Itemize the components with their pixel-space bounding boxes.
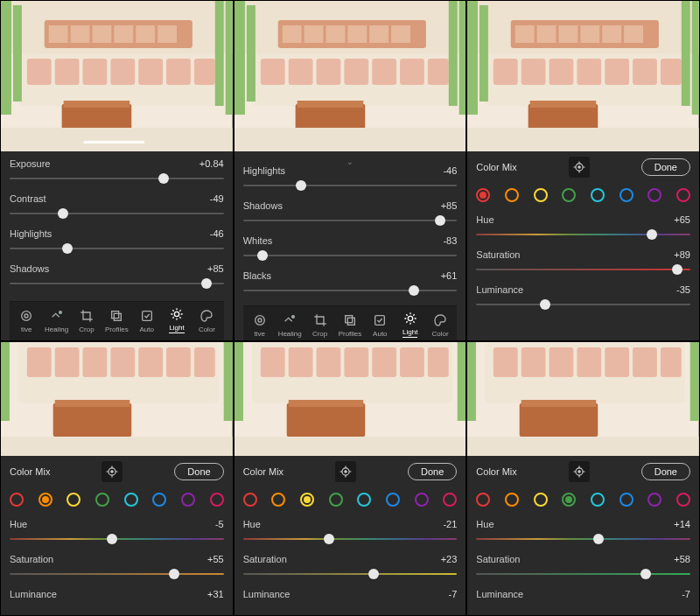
shadows-slider[interactable] bbox=[10, 277, 224, 290]
svg-rect-86 bbox=[467, 128, 699, 151]
svg-rect-77 bbox=[606, 59, 630, 85]
tool-auto[interactable]: Auto bbox=[367, 313, 393, 338]
svg-rect-5 bbox=[92, 25, 111, 43]
tool-color[interactable]: Color bbox=[427, 313, 453, 338]
svg-rect-107 bbox=[261, 347, 285, 377]
tool-profiles[interactable]: Profiles bbox=[103, 309, 130, 333]
tool-color[interactable]: Color bbox=[193, 309, 220, 333]
bottom-toolbar: tive Healing Crop Profiles Auto Light Co… bbox=[243, 305, 458, 341]
hue-slider[interactable] bbox=[10, 533, 224, 545]
color-swatch[interactable] bbox=[676, 493, 690, 507]
tool-auto[interactable]: Auto bbox=[134, 309, 160, 333]
color-swatch[interactable] bbox=[357, 493, 371, 507]
target-adjustment-button[interactable] bbox=[335, 461, 356, 482]
saturation-value: +55 bbox=[207, 554, 224, 564]
luminance-slider[interactable] bbox=[476, 298, 690, 311]
color-swatch[interactable] bbox=[505, 188, 519, 202]
color-swatch[interactable] bbox=[124, 493, 138, 507]
saturation-slider[interactable] bbox=[476, 263, 690, 276]
color-swatch[interactable] bbox=[181, 493, 195, 507]
whites-slider[interactable] bbox=[243, 249, 458, 262]
color-swatch[interactable] bbox=[386, 493, 400, 507]
color-swatch[interactable] bbox=[591, 493, 605, 507]
tool-crop[interactable]: Crop bbox=[307, 313, 333, 338]
svg-rect-61 bbox=[375, 316, 385, 326]
hue-slider[interactable] bbox=[476, 533, 690, 545]
color-swatch[interactable] bbox=[562, 493, 576, 507]
color-swatch[interactable] bbox=[476, 188, 490, 202]
color-swatch[interactable] bbox=[329, 493, 343, 507]
svg-rect-51 bbox=[234, 1, 245, 115]
luminance-value: -35 bbox=[676, 284, 690, 295]
done-button[interactable]: Done bbox=[641, 158, 690, 176]
svg-rect-50 bbox=[297, 101, 363, 108]
svg-rect-110 bbox=[344, 347, 368, 377]
tool-light[interactable]: Light bbox=[164, 307, 190, 333]
svg-rect-48 bbox=[428, 59, 449, 85]
panel-colormix-red: Color Mix Done Hue+65 Saturation+89 Lumi… bbox=[466, 0, 700, 341]
svg-rect-125 bbox=[550, 347, 574, 377]
highlights-slider[interactable] bbox=[10, 242, 224, 255]
color-swatch[interactable] bbox=[415, 493, 429, 507]
done-button[interactable]: Done bbox=[408, 463, 457, 480]
tool-light[interactable]: Light bbox=[397, 312, 424, 338]
color-swatch[interactable] bbox=[676, 188, 690, 202]
color-swatch[interactable] bbox=[210, 493, 224, 507]
color-swatch[interactable] bbox=[476, 493, 490, 507]
color-swatch[interactable] bbox=[505, 493, 519, 507]
tool-healing[interactable]: Healing bbox=[44, 309, 70, 333]
tool-selective[interactable]: tive bbox=[247, 313, 273, 338]
color-swatch[interactable] bbox=[534, 188, 548, 202]
tool-selective[interactable]: tive bbox=[13, 309, 39, 333]
svg-rect-39 bbox=[369, 25, 388, 43]
svg-rect-55 bbox=[234, 128, 466, 151]
done-button[interactable]: Done bbox=[174, 463, 223, 480]
highlights-slider[interactable] bbox=[243, 179, 458, 192]
tool-healing[interactable]: Healing bbox=[276, 313, 303, 338]
color-swatch[interactable] bbox=[591, 188, 605, 202]
tool-profiles[interactable]: Profiles bbox=[337, 313, 363, 338]
colormix-title: Color Mix bbox=[476, 162, 516, 172]
color-swatch[interactable] bbox=[10, 493, 24, 507]
svg-rect-4 bbox=[71, 25, 90, 43]
done-button[interactable]: Done bbox=[641, 463, 690, 480]
color-swatch[interactable] bbox=[443, 493, 457, 507]
highlights-value: -46 bbox=[443, 165, 457, 176]
color-swatch[interactable] bbox=[271, 493, 285, 507]
saturation-slider[interactable] bbox=[10, 568, 224, 580]
color-swatch[interactable] bbox=[152, 493, 166, 507]
exposure-slider[interactable] bbox=[10, 172, 224, 185]
target-adjustment-button[interactable] bbox=[569, 157, 590, 178]
color-swatch[interactable] bbox=[620, 188, 634, 202]
color-swatch[interactable] bbox=[95, 493, 109, 507]
chevron-down-icon[interactable]: ⌄ bbox=[243, 158, 458, 165]
color-swatch[interactable] bbox=[648, 188, 662, 202]
color-swatch[interactable] bbox=[38, 493, 52, 507]
color-swatch[interactable] bbox=[66, 493, 80, 507]
color-swatch[interactable] bbox=[243, 493, 257, 507]
target-adjustment-button[interactable] bbox=[102, 461, 122, 482]
svg-rect-73 bbox=[494, 59, 518, 85]
tool-crop[interactable]: Crop bbox=[74, 309, 100, 333]
hue-slider[interactable] bbox=[243, 533, 458, 545]
color-swatch[interactable] bbox=[562, 188, 576, 202]
svg-rect-130 bbox=[520, 403, 598, 437]
target-adjustment-button[interactable] bbox=[569, 461, 590, 482]
contrast-slider[interactable] bbox=[10, 207, 224, 220]
svg-point-31 bbox=[174, 312, 178, 316]
shadows-slider[interactable] bbox=[243, 214, 458, 227]
svg-rect-29 bbox=[115, 313, 122, 320]
svg-rect-79 bbox=[661, 59, 682, 85]
color-swatch[interactable] bbox=[300, 493, 314, 507]
saturation-slider[interactable] bbox=[243, 568, 458, 580]
svg-rect-3 bbox=[49, 25, 68, 43]
color-swatch[interactable] bbox=[648, 493, 662, 507]
svg-rect-132 bbox=[467, 342, 476, 421]
color-swatch[interactable] bbox=[534, 493, 548, 507]
hue-slider[interactable] bbox=[476, 228, 690, 241]
saturation-slider[interactable] bbox=[476, 568, 690, 580]
svg-rect-101 bbox=[224, 342, 233, 421]
blacks-slider[interactable] bbox=[243, 284, 458, 297]
svg-rect-20 bbox=[13, 5, 22, 102]
color-swatch[interactable] bbox=[620, 493, 634, 507]
